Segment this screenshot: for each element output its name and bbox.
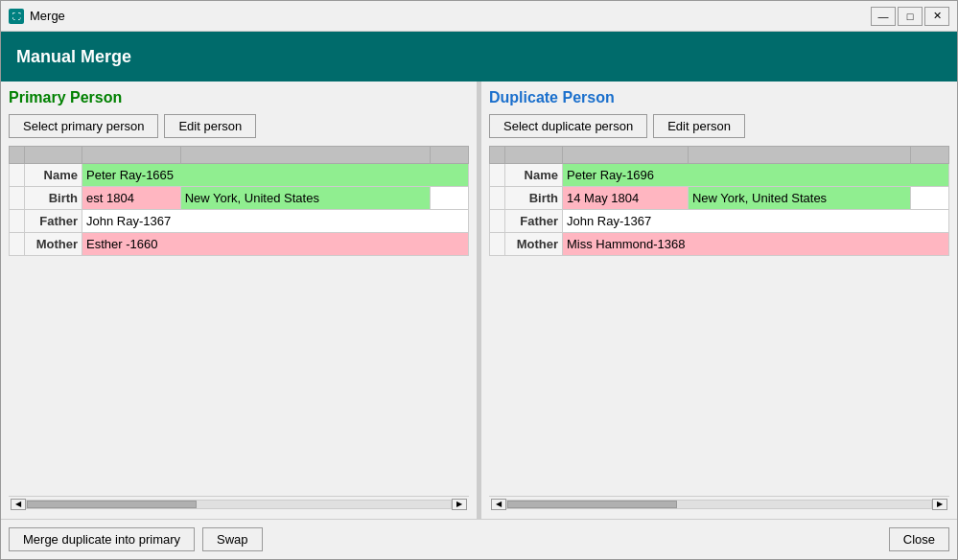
table-row: Father John Ray-1367 — [490, 210, 949, 233]
duplicate-table-wrapper: Name Peter Ray-1696 Birth 14 May 1804 Ne… — [489, 146, 949, 496]
select-primary-button[interactable]: Select primary person — [9, 114, 158, 138]
minimize-button[interactable]: — — [871, 7, 896, 26]
primary-name-label: Name — [25, 164, 82, 187]
duplicate-panel-buttons: Select duplicate person Edit person — [489, 114, 949, 138]
duplicate-name-label: Name — [505, 164, 563, 187]
primary-panel: Primary Person Select primary person Edi… — [1, 82, 478, 519]
duplicate-header-row — [490, 147, 949, 164]
merge-button[interactable]: Merge duplicate into primary — [9, 527, 195, 551]
title-bar: ⛶ Merge — □ ✕ — [1, 1, 957, 32]
duplicate-mother-value: Miss Hammond-1368 — [563, 233, 949, 256]
select-duplicate-button[interactable]: Select duplicate person — [489, 114, 647, 138]
duplicate-birth-extra — [911, 187, 949, 210]
table-row: Name Peter Ray-1665 — [10, 164, 469, 187]
duplicate-scroll-thumb[interactable] — [507, 501, 677, 508]
primary-header-c1 — [10, 147, 25, 164]
primary-birth-date: est 1804 — [82, 187, 181, 210]
table-row: Mother Esther -1660 — [10, 233, 469, 256]
edit-duplicate-button[interactable]: Edit person — [653, 114, 745, 138]
header-bar: Manual Merge — [1, 32, 957, 82]
primary-scroll-left[interactable]: ◀ — [11, 499, 26, 510]
primary-scroll-right[interactable]: ▶ — [452, 499, 467, 510]
primary-birth-label: Birth — [25, 187, 82, 210]
primary-birth-place: New York, United States — [180, 187, 430, 210]
table-row: Birth 14 May 1804 New York, United State… — [490, 187, 949, 210]
primary-name-value: Peter Ray-1665 — [82, 164, 469, 187]
window-title: Merge — [30, 9, 871, 23]
primary-father-label: Father — [25, 210, 82, 233]
close-button[interactable]: Close — [889, 527, 949, 551]
primary-scroll-thumb[interactable] — [27, 501, 197, 508]
window-icon: ⛶ — [9, 9, 24, 24]
primary-header-c2 — [25, 147, 82, 164]
main-window: ⛶ Merge — □ ✕ Manual Merge Primary Perso… — [0, 0, 958, 560]
primary-header-row — [10, 147, 469, 164]
duplicate-father-label: Father — [505, 210, 563, 233]
primary-mother-label: Mother — [25, 233, 82, 256]
duplicate-header-c5 — [911, 147, 949, 164]
edit-primary-button[interactable]: Edit person — [164, 114, 256, 138]
primary-birth-extra — [431, 187, 469, 210]
duplicate-scroll-right[interactable]: ▶ — [932, 499, 947, 510]
primary-panel-buttons: Select primary person Edit person — [9, 114, 469, 138]
duplicate-header-c1 — [490, 147, 505, 164]
duplicate-birth-place: New York, United States — [688, 187, 910, 210]
duplicate-name-value: Peter Ray-1696 — [563, 164, 949, 187]
duplicate-mother-label: Mother — [505, 233, 563, 256]
duplicate-scroll-left[interactable]: ◀ — [491, 499, 506, 510]
close-window-button[interactable]: ✕ — [924, 7, 949, 26]
duplicate-header-c4 — [688, 147, 910, 164]
duplicate-table: Name Peter Ray-1696 Birth 14 May 1804 Ne… — [489, 146, 949, 256]
primary-table-wrapper: Name Peter Ray-1665 Birth est 1804 New Y… — [9, 146, 469, 496]
duplicate-header-c2 — [505, 147, 563, 164]
duplicate-scrollbar[interactable]: ◀ ▶ — [489, 496, 949, 511]
maximize-button[interactable]: □ — [898, 7, 923, 26]
primary-panel-title: Primary Person — [9, 89, 469, 106]
duplicate-header-c3 — [563, 147, 689, 164]
primary-table: Name Peter Ray-1665 Birth est 1804 New Y… — [9, 146, 469, 256]
table-row: Father John Ray-1367 — [10, 210, 469, 233]
table-row: Birth est 1804 New York, United States — [10, 187, 469, 210]
primary-scroll-track[interactable] — [26, 500, 452, 509]
primary-header-c5 — [431, 147, 469, 164]
table-row: Mother Miss Hammond-1368 — [490, 233, 949, 256]
content-area: Primary Person Select primary person Edi… — [1, 82, 957, 519]
table-row: Name Peter Ray-1696 — [490, 164, 949, 187]
duplicate-father-value: John Ray-1367 — [563, 210, 949, 233]
header-title: Manual Merge — [16, 47, 131, 67]
primary-mother-value: Esther -1660 — [82, 233, 469, 256]
bottom-bar: Merge duplicate into primary Swap Close — [1, 519, 957, 559]
duplicate-birth-label: Birth — [505, 187, 563, 210]
primary-header-c4 — [180, 147, 430, 164]
swap-button[interactable]: Swap — [202, 527, 263, 551]
duplicate-scroll-track[interactable] — [506, 500, 932, 509]
primary-header-c3 — [82, 147, 181, 164]
primary-scrollbar[interactable]: ◀ ▶ — [9, 496, 469, 511]
duplicate-birth-date: 14 May 1804 — [563, 187, 689, 210]
primary-father-value: John Ray-1367 — [82, 210, 469, 233]
window-controls: — □ ✕ — [871, 7, 949, 26]
duplicate-panel: Duplicate Person Select duplicate person… — [481, 82, 957, 519]
duplicate-panel-title: Duplicate Person — [489, 89, 949, 106]
